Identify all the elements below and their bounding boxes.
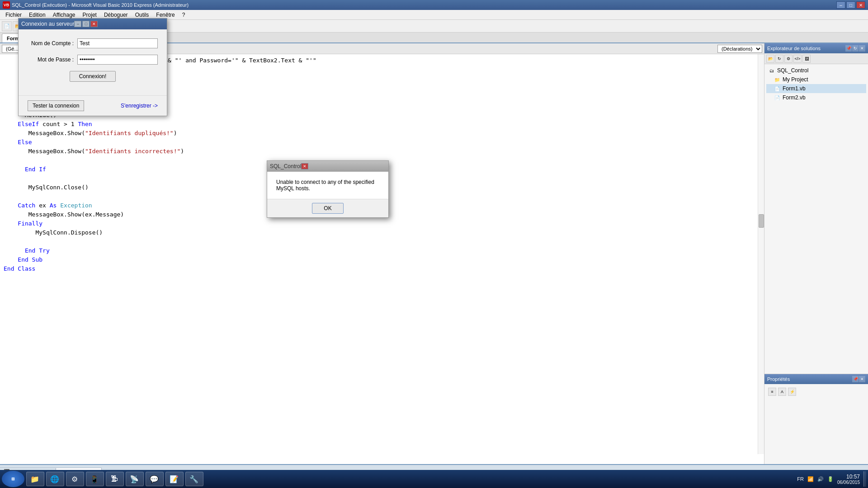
properties-title: Propriétés — [767, 376, 790, 382]
panel-header-buttons: 📌 ↻ ✕ — [845, 45, 865, 52]
password-row: Mot de Passe : — [28, 55, 158, 65]
vertical-scrollbar[interactable] — [758, 54, 764, 454]
restore-btn[interactable]: □ — [846, 1, 855, 9]
form1-icon: 📄 — [774, 85, 781, 92]
code-line: MySqlConn.Dispose() — [0, 228, 764, 237]
error-dialog-titlebar: SQL_Control ✕ — [267, 161, 388, 172]
title-bar: VB SQL_Control (Exécution) - Microsoft V… — [0, 0, 868, 10]
code-line-endtry: End Try — [0, 246, 764, 255]
props-alpha-btn[interactable]: A — [778, 388, 786, 396]
scrollbar-thumb[interactable] — [759, 214, 764, 228]
menu-affichage[interactable]: Affichage — [49, 11, 79, 19]
props-pin-btn[interactable]: 📌 — [852, 376, 859, 382]
code-line: MessageBox.Show("Identifiants dupliqués!… — [0, 129, 764, 138]
props-content: ≡ A ⚡ — [764, 384, 868, 403]
show-desktop-btn[interactable] — [863, 471, 866, 487]
username-input[interactable] — [77, 38, 158, 48]
taskbar-filezilla[interactable]: 📡 — [126, 472, 144, 486]
props-buttons: 📌 ✕ — [852, 376, 865, 382]
close-btn[interactable]: ✕ — [856, 1, 865, 9]
taskbar-phone[interactable]: 📱 — [86, 472, 104, 486]
pin-btn[interactable]: 📌 — [845, 45, 852, 52]
show-all-btn[interactable]: 📂 — [766, 55, 774, 63]
code-line-finally: Finally — [0, 219, 764, 228]
props-close-btn[interactable]: ✕ — [859, 376, 865, 382]
error-dialog-footer: OK — [267, 199, 388, 217]
menu-fenetre[interactable]: Fenêtre — [152, 11, 178, 19]
menu-edition[interactable]: Edition — [25, 11, 49, 19]
refresh-sol-btn[interactable]: ↻ — [775, 55, 783, 63]
form2-label: Form2.vb — [783, 94, 806, 101]
form1-label: Form1.vb — [783, 85, 806, 92]
properties-panel: Propriétés 📌 ✕ ≡ A ⚡ — [764, 374, 868, 464]
taskbar-lang: FR — [797, 476, 804, 482]
phone-icon: 📱 — [89, 474, 100, 484]
error-dialog-body: Unable to connect to any of the specifie… — [267, 172, 388, 199]
connexion-dialog-body: Nom de Compte : Mot de Passe : Connexion… — [19, 29, 167, 95]
taskbar-skype[interactable]: 💬 — [146, 472, 164, 486]
test-connection-button[interactable]: Tester la connexion — [28, 100, 84, 111]
viewcode-btn[interactable]: </> — [793, 55, 802, 63]
app-title: SQL_Control (Exécution) - Microsoft Visu… — [12, 2, 189, 8]
connexion-dialog: Connexion au serveur – □ ✕ Nom de Compte… — [18, 18, 167, 116]
taskbar: ⊞ 📁 🌐 ⚙ 📱 🗜 📡 💬 📝 🔧 FR 📶 🔊 🔋 10:57 06/06… — [0, 470, 868, 488]
start-icon: ⊞ — [11, 477, 15, 481]
start-button[interactable]: ⊞ — [2, 471, 24, 487]
connexion-restore-btn[interactable]: □ — [82, 21, 90, 27]
password-input[interactable] — [77, 55, 158, 65]
props-cat-btn[interactable]: ≡ — [768, 388, 776, 396]
taskbar-right: FR 📶 🔊 🔋 10:57 06/06/2015 — [797, 471, 866, 487]
taskbar-firefox[interactable]: 🌐 — [46, 472, 64, 486]
menu-help[interactable]: ? — [179, 11, 189, 19]
tree-form2[interactable]: 📄 Form2.vb — [766, 93, 866, 102]
refresh-btn[interactable]: ↻ — [852, 45, 859, 52]
props-event-btn[interactable]: ⚡ — [788, 388, 796, 396]
method-dropdown[interactable]: (Déclarations) — [717, 45, 762, 53]
ok-button[interactable]: OK — [312, 203, 344, 214]
tree-form1[interactable]: 📄 Form1.vb — [766, 84, 866, 93]
menu-fichier[interactable]: Fichier — [2, 11, 25, 19]
username-label: Nom de Compte : — [28, 40, 77, 47]
code-line — [0, 237, 764, 246]
connexion-close-btn[interactable]: ✕ — [90, 21, 98, 27]
username-row: Nom de Compte : — [28, 38, 158, 48]
taskbar-explorer[interactable]: 📁 — [26, 472, 44, 486]
form2-icon: 📄 — [774, 94, 781, 101]
taskbar-clock: 10:57 06/06/2015 — [837, 474, 860, 485]
error-dialog-close-btn[interactable]: ✕ — [301, 163, 308, 169]
menu-outils[interactable]: Outils — [132, 11, 153, 19]
connexion-button[interactable]: Connexion! — [70, 71, 116, 82]
connexion-dialog-footer: Tester la connexion S'enregistrer -> — [19, 95, 167, 116]
connexion-minimize-btn[interactable]: – — [74, 21, 81, 27]
new-btn[interactable]: 📄 — [2, 21, 12, 31]
tree-solution[interactable]: 🗂 SQL_Control — [766, 66, 866, 75]
tree-myproject[interactable]: 📁 My Project — [766, 75, 866, 84]
taskbar-word[interactable]: 📝 — [165, 472, 184, 486]
title-bar-controls: – □ ✕ — [836, 1, 865, 9]
solution-name: SQL_Control — [777, 67, 808, 74]
taskbar-vs[interactable]: 🔧 — [185, 472, 203, 486]
properties-sol-btn[interactable]: ⚙ — [784, 55, 793, 63]
connexion-dialog-buttons: – □ ✕ — [74, 21, 98, 27]
password-label: Mot de Passe : — [28, 56, 77, 63]
volume-icon: 🔊 — [817, 476, 824, 482]
solution-explorer-title: Explorateur de solutions — [767, 46, 845, 51]
ftp-icon: 📡 — [129, 474, 140, 484]
menu-projet[interactable]: Projet — [79, 11, 100, 19]
taskbar-settings[interactable]: ⚙ — [66, 472, 84, 486]
solution-explorer-header: Explorateur de solutions 📌 ↻ ✕ — [764, 43, 868, 53]
skype-icon: 💬 — [149, 474, 160, 484]
solution-tree: 🗂 SQL_Control 📁 My Project 📄 Form1.vb 📄 … — [764, 64, 868, 374]
clock-date: 06/06/2015 — [837, 480, 860, 485]
panel-close-btn[interactable]: ✕ — [859, 45, 865, 52]
view-designer-btn[interactable]: 🖼 — [802, 55, 811, 63]
network-icon: 📶 — [807, 476, 814, 482]
error-dialog-title: SQL_Control — [270, 163, 301, 169]
register-link[interactable]: S'enregistrer -> — [121, 103, 158, 109]
minimize-btn[interactable]: – — [836, 1, 845, 9]
taskbar-7zip[interactable]: 🗜 — [106, 472, 124, 486]
menu-debuguer[interactable]: Déboguer — [100, 11, 132, 19]
error-dialog-buttons: ✕ — [301, 163, 308, 169]
solution-toolbar: 📂 ↻ ⚙ </> 🖼 — [764, 53, 868, 64]
clock-time: 10:57 — [837, 474, 860, 480]
